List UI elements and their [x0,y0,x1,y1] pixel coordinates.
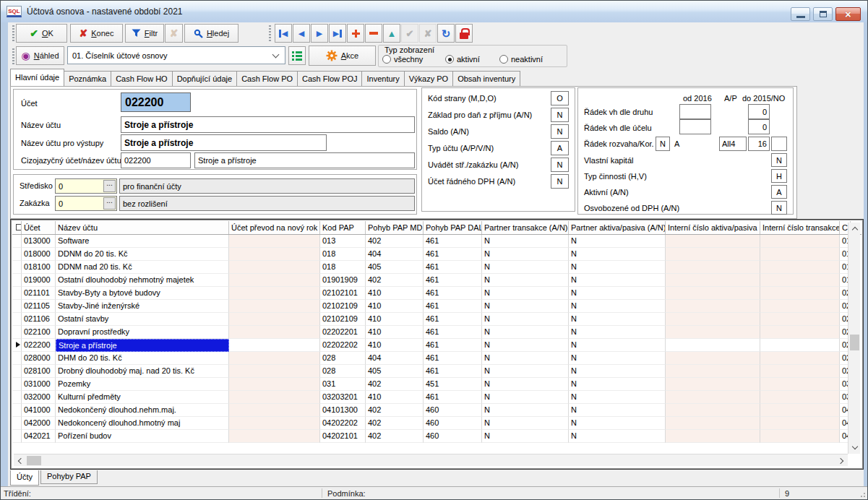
ok-button[interactable]: ✔OK [16,24,67,43]
cell[interactable] [666,248,760,261]
cell[interactable]: N [569,274,666,287]
cell[interactable]: 042021 [22,430,56,443]
cell[interactable] [666,430,760,443]
cell[interactable] [666,326,760,339]
table-row[interactable]: 028000DHM do 20 tis. Kč028404461NN02 [12,352,861,365]
cell[interactable]: Dopravní prostředky [56,326,229,339]
cell[interactable]: Stroje a přístroje [56,339,229,352]
cell[interactable]: 021101 [22,287,56,300]
cell[interactable]: Ostatní stavby [56,313,229,326]
cell[interactable] [760,430,840,443]
resize-grip[interactable] [859,491,866,498]
hledej-button[interactable]: Hledej [184,24,239,43]
zakazka-field[interactable]: 0 ... [55,196,117,211]
cell[interactable]: N [569,365,666,378]
cell[interactable]: 02202202 [320,339,366,352]
ucet-field[interactable]: 022200 [121,92,191,112]
cell[interactable]: N [482,378,569,391]
minimize-button[interactable] [791,7,810,21]
refresh-button[interactable]: ↻ [437,24,455,43]
cell[interactable]: N [482,274,569,287]
middle-field-value-0[interactable]: O [551,91,569,105]
cell[interactable] [229,365,320,378]
radek-rozvaha-field-1[interactable]: N [656,137,670,151]
table-row[interactable]: 042000Nedokoncený dlouhod.hmotný maj0420… [12,417,861,430]
flag-value-1[interactable]: H [771,169,787,183]
cell[interactable]: 021105 [22,300,56,313]
osnova-combobox[interactable]: 01. Číselník účtové osnovy [67,46,285,64]
cell[interactable]: 404 [366,352,424,365]
tab-cash-flow-po[interactable]: Cash Flow PO [236,71,298,86]
cell[interactable]: 028 [320,352,366,365]
last-record-button[interactable]: ▶ [329,24,346,43]
cell[interactable] [229,287,320,300]
cell[interactable]: 402 [366,274,424,287]
scroll-left-button[interactable] [14,454,26,467]
column-header-0[interactable]: Účet [22,221,56,234]
cell[interactable] [229,430,320,443]
cell[interactable]: N [482,365,569,378]
cell[interactable] [760,274,840,287]
list-button[interactable] [288,46,306,65]
cell[interactable]: 021106 [22,313,56,326]
cell[interactable] [229,326,320,339]
tab-dop-uj-c-daje[interactable]: Dopňující údaje [172,71,237,86]
tab-hlavn-daje[interactable]: Hlavní údaje [10,69,64,86]
cell[interactable]: N [482,300,569,313]
nazev-uctu-field[interactable]: Stroje a přístroje [121,116,415,133]
cell[interactable] [666,287,760,300]
cell[interactable] [760,417,840,430]
cell[interactable]: 451 [424,378,482,391]
stredisko-lookup-button[interactable]: ... [103,180,116,192]
radio-neaktivní[interactable] [499,55,508,64]
tab-v-kazy-po[interactable]: Výkazy PO [404,71,453,86]
cell[interactable]: N [482,261,569,274]
cell[interactable]: DDNM nad 20 tis. Kč [56,261,229,274]
vertical-scroll-thumb[interactable] [850,335,859,350]
cell[interactable]: N [569,248,666,261]
cell[interactable] [760,248,840,261]
lock-button[interactable] [455,24,473,43]
table-row[interactable]: 013000Software013402461NN01 [12,235,861,248]
cell[interactable]: Pořízení budov [56,430,229,443]
cell[interactable]: N [482,391,569,404]
cell[interactable]: 461 [424,248,482,261]
cell[interactable]: N [569,287,666,300]
cell[interactable]: Nedokoncený dlouhod.hmotný maj [56,417,229,430]
cell[interactable]: 461 [424,326,482,339]
cell[interactable]: Nedokončený dlouhod.nehm.maj. [56,404,229,417]
cell[interactable]: 019000 [22,274,56,287]
column-header-3[interactable]: Kod PAP [320,221,366,234]
cell[interactable]: 028 [320,365,366,378]
zakazka-lookup-button[interactable]: ... [103,197,116,210]
cell[interactable] [229,300,320,313]
cell[interactable]: Kulturní předměty [56,391,229,404]
cell[interactable]: 402 [366,404,424,417]
cell[interactable]: N [569,261,666,274]
cell[interactable] [229,404,320,417]
scroll-up-button[interactable] [848,223,861,235]
cell[interactable] [760,261,840,274]
cell[interactable]: 02102109 [320,313,366,326]
cell[interactable] [760,352,840,365]
horizontal-scrollbar[interactable] [14,454,848,466]
table-row[interactable]: 018100DDNM nad 20 tis. Kč018405461NN01 [12,261,861,274]
cell[interactable]: 02102109 [320,300,366,313]
middle-field-value-5[interactable]: N [551,174,569,189]
toolbar-grip-3[interactable] [12,48,14,64]
first-record-button[interactable]: ◀ [275,24,292,43]
cell[interactable] [666,261,760,274]
cell[interactable]: 01901909 [320,274,366,287]
cell[interactable]: N [569,430,666,443]
table-row[interactable]: 021101Stavby-Byty a bytové budovy0210210… [12,287,861,300]
cell[interactable]: DHM do 20 tis. Kč [56,352,229,365]
tab-obsah-inventury[interactable]: Obsah inventury [452,71,520,86]
cell[interactable] [760,313,840,326]
cell[interactable]: N [569,300,666,313]
cell[interactable] [760,391,840,404]
cell[interactable]: 460 [424,404,482,417]
cell[interactable]: N [569,352,666,365]
vertical-scrollbar[interactable] [848,223,860,454]
table-row[interactable]: 042021Pořízení budov04202101402460NN04 [12,430,861,443]
cell[interactable]: 02102101 [320,287,366,300]
